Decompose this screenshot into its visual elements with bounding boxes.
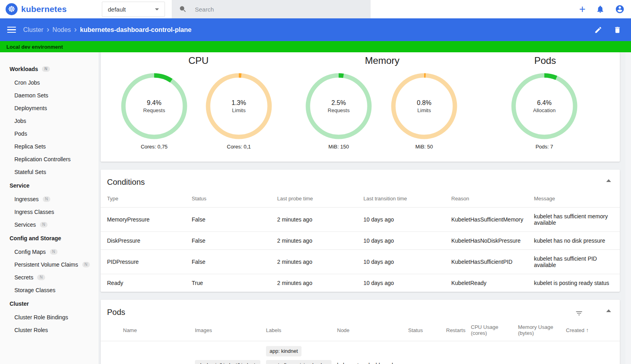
pod-status: Running xyxy=(408,341,446,364)
donut-pods-allocation: 6.4%Allocation Pods: 7 xyxy=(510,72,578,150)
column-header: CPU Usage (cores) xyxy=(471,322,518,341)
column-header: Memory Usage (bytes) xyxy=(518,322,566,341)
namespace-selector[interactable]: default xyxy=(102,2,165,17)
sidebar-item-cron-jobs[interactable]: Cron Jobs xyxy=(0,76,99,89)
search-bar[interactable] xyxy=(172,0,371,18)
top-app-bar: ☸ kubernetes default + xyxy=(0,0,631,18)
column-header: Node xyxy=(337,322,408,341)
label-chip: app: kindnet xyxy=(266,346,302,356)
pod-memory-usage: - xyxy=(518,341,566,364)
column-header: Images xyxy=(195,322,266,341)
search-input[interactable] xyxy=(195,6,363,13)
new-badge: N xyxy=(50,249,58,255)
column-header: Status xyxy=(408,322,446,341)
column-header: Labels xyxy=(266,322,337,341)
new-badge: N xyxy=(82,262,90,267)
sidebar-item-persistent-volume-claims[interactable]: Persistent Volume Claims N xyxy=(0,258,99,271)
sidebar-item-deployments[interactable]: Deployments xyxy=(0,102,99,115)
pod-node: kubernetes-dashboard-control-plane xyxy=(337,362,401,364)
column-header-created[interactable]: Created↑ xyxy=(566,322,606,341)
table-row: MemoryPressureFalse 2 minutes ago10 days… xyxy=(101,208,620,232)
column-header: Type xyxy=(101,192,185,208)
new-badge: N xyxy=(42,66,50,72)
new-badge: N xyxy=(43,196,50,202)
chevron-right-icon: › xyxy=(47,25,50,34)
sidebar-item-jobs[interactable]: Jobs xyxy=(0,115,99,127)
pod-restarts: 5 xyxy=(446,341,471,364)
donut-cpu-limits: 1.3%Limits Cores: 0,1 xyxy=(205,72,273,150)
table-header-row: Type Status Last probe time Last transit… xyxy=(101,192,620,208)
column-header: Message xyxy=(528,192,620,208)
column-header: Reason xyxy=(445,192,528,208)
donut-memory-requests: 2.5%Requests MiB: 150 xyxy=(305,72,373,150)
sidebar-item-ingresses[interactable]: Ingresses N xyxy=(0,193,99,206)
page-title: kubernetes-dashboard-control-plane xyxy=(80,26,191,34)
sidebar-item-replica-sets[interactable]: Replica Sets xyxy=(0,140,99,153)
environment-banner: Local dev environment xyxy=(0,41,631,52)
pods-chart-title: Pods xyxy=(534,55,556,66)
donut-memory-limits: 0.8%Limits MiB: 50 xyxy=(390,72,458,150)
pods-card: Pods Name Images Labels Node Status Rest… xyxy=(101,300,620,364)
table-row: PIDPressureFalse 2 minutes ago10 days ag… xyxy=(101,250,620,274)
pod-cpu-usage: - xyxy=(471,341,518,364)
column-header: Name xyxy=(123,322,195,341)
sidebar-section-config-storage: Config and Storage xyxy=(0,231,99,245)
sidebar-item-daemon-sets[interactable]: Daemon Sets xyxy=(0,89,99,102)
image-chip: docker.io/kindest/kindnetd:v20230511-dc7… xyxy=(195,360,260,364)
sidebar-item-replication-controllers[interactable]: Replication Controllers xyxy=(0,153,99,166)
delete-trash-icon[interactable] xyxy=(613,26,621,34)
sidebar-item-ingress-classes[interactable]: Ingress Classes xyxy=(0,206,99,218)
breadcrumb: Cluster › Nodes › kubernetes-dashboard-c… xyxy=(23,25,191,34)
scrollbar-track[interactable] xyxy=(625,52,631,364)
namespace-value: default xyxy=(108,6,126,13)
sidebar-item-pods[interactable]: Pods xyxy=(0,127,99,140)
breadcrumb-nodes[interactable]: Nodes xyxy=(52,26,71,34)
chevron-right-icon: › xyxy=(74,25,77,34)
allocation-overview-card: CPU Memory Pods 9.4%Requests Cores: 0,75… xyxy=(101,52,620,162)
topbar-actions: + xyxy=(579,0,625,18)
conditions-table: Type Status Last probe time Last transit… xyxy=(101,192,620,292)
kubernetes-wheel-icon: ☸ xyxy=(6,3,18,15)
table-row: ReadyTrue 2 minutes ago10 days ago Kubel… xyxy=(101,274,620,292)
sidebar-item-cluster-roles[interactable]: Cluster Roles xyxy=(0,324,99,336)
menu-hamburger-icon[interactable] xyxy=(7,25,16,35)
sidebar-item-services[interactable]: Services N xyxy=(0,218,99,231)
conditions-card: Conditions Type Status Last probe time L… xyxy=(101,170,620,292)
environment-banner-text: Local dev environment xyxy=(6,44,63,50)
conditions-title: Conditions xyxy=(101,170,620,192)
sidebar-item-config-maps[interactable]: Config Maps N xyxy=(0,245,99,258)
sidebar-item-storage-classes[interactable]: Storage Classes xyxy=(0,284,99,297)
column-header: Status xyxy=(185,192,271,208)
breadcrumb-cluster[interactable]: Cluster xyxy=(23,26,44,34)
sidebar-section-cluster: Cluster xyxy=(0,297,99,311)
edit-pencil-icon[interactable] xyxy=(594,26,602,34)
pods-title: Pods xyxy=(101,300,620,322)
kubernetes-logo[interactable]: ☸ kubernetes xyxy=(6,0,67,18)
column-header: Restarts xyxy=(446,322,471,341)
pod-row: kindnet-fmj8d docker.io/kindest/kindnetd… xyxy=(101,341,620,364)
notifications-bell-icon[interactable] xyxy=(596,5,605,14)
sidebar-item-secrets[interactable]: Secrets N xyxy=(0,271,99,284)
collapse-caret-icon[interactable] xyxy=(606,179,611,182)
sidebar-section-service: Service xyxy=(0,178,99,193)
new-badge: N xyxy=(37,275,45,280)
memory-chart-title: Memory xyxy=(365,55,400,66)
pod-created: 10 days ago xyxy=(566,341,606,364)
account-avatar-icon[interactable] xyxy=(615,4,625,14)
breadcrumb-toolbar: Cluster › Nodes › kubernetes-dashboard-c… xyxy=(0,18,631,41)
sidebar-item-stateful-sets[interactable]: Stateful Sets xyxy=(0,166,99,178)
labels-stack: app: kindnet controller-revision-hash: 5… xyxy=(266,346,331,364)
add-resource-button[interactable]: + xyxy=(579,4,585,15)
collapse-caret-icon[interactable] xyxy=(606,309,611,312)
sidebar-item-cluster-role-bindings[interactable]: Cluster Role Bindings xyxy=(0,311,99,324)
filter-icon[interactable] xyxy=(575,309,583,319)
main-content: CPU Memory Pods 9.4%Requests Cores: 0,75… xyxy=(99,52,631,364)
brand-title: kubernetes xyxy=(21,4,67,14)
label-chip: controller-revision-hash: 58f5b657b8 xyxy=(266,360,331,364)
chevron-down-icon xyxy=(155,8,159,10)
sidebar-item-workloads[interactable]: Workloads N xyxy=(0,62,99,76)
donut-cpu-requests: 9.4%Requests Cores: 0,75 xyxy=(120,72,188,150)
sort-ascending-icon: ↑ xyxy=(586,327,589,333)
toolbar-actions xyxy=(594,26,621,34)
sidebar-nav: Workloads N Cron Jobs Daemon Sets Deploy… xyxy=(0,52,99,364)
